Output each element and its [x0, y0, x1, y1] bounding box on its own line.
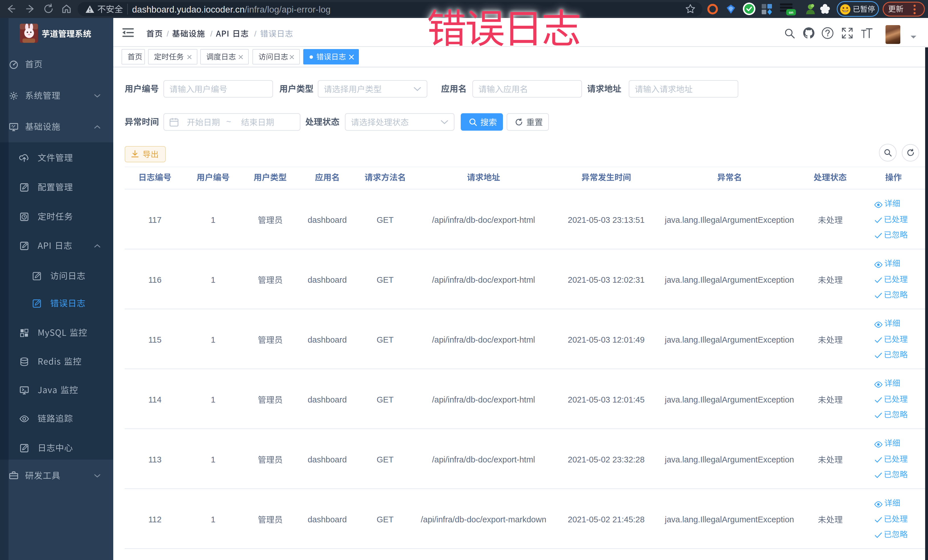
svg-text:on: on — [789, 10, 793, 15]
